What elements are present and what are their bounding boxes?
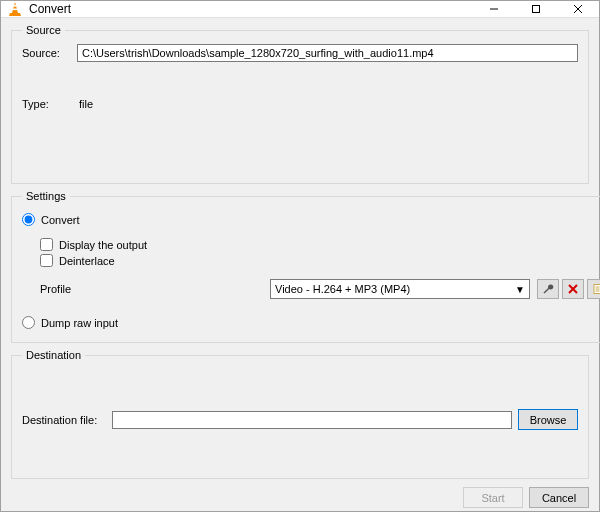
display-output-label: Display the output <box>59 239 147 251</box>
window-controls <box>473 1 599 17</box>
cancel-button[interactable]: Cancel <box>529 487 589 508</box>
profile-select[interactable]: Video - H.264 + MP3 (MP4) ▼ <box>270 279 530 299</box>
dialog-content: Source Source: Type: file Settings Conve… <box>1 18 599 512</box>
settings-group: Settings Convert Display the output Dein… <box>11 190 600 343</box>
destination-file-input[interactable] <box>112 411 512 429</box>
deinterlace-label: Deinterlace <box>59 255 115 267</box>
convert-radio[interactable] <box>22 213 35 226</box>
close-button[interactable] <box>557 1 599 17</box>
dump-raw-label: Dump raw input <box>41 317 118 329</box>
destination-legend: Destination <box>22 349 85 361</box>
svg-rect-5 <box>533 6 540 13</box>
display-output-checkbox[interactable] <box>40 238 53 251</box>
maximize-button[interactable] <box>515 1 557 17</box>
svg-rect-2 <box>12 9 17 11</box>
wrench-icon <box>542 283 554 295</box>
source-legend: Source <box>22 24 65 36</box>
settings-legend: Settings <box>22 190 70 202</box>
browse-button[interactable]: Browse <box>518 409 578 430</box>
new-file-icon <box>592 283 600 295</box>
type-label: Type: <box>22 98 77 110</box>
destination-group: Destination Destination file: Browse <box>11 349 589 479</box>
deinterlace-checkbox[interactable] <box>40 254 53 267</box>
titlebar: Convert <box>1 1 599 18</box>
delete-profile-button[interactable] <box>562 279 584 299</box>
chevron-down-icon: ▼ <box>515 284 525 295</box>
dialog-button-bar: Start Cancel <box>11 485 589 508</box>
svg-marker-3 <box>9 13 21 16</box>
destination-file-label: Destination file: <box>22 414 112 426</box>
convert-label: Convert <box>41 214 80 226</box>
profile-label: Profile <box>40 283 100 295</box>
type-value: file <box>77 98 93 110</box>
minimize-button[interactable] <box>473 1 515 17</box>
dump-raw-radio[interactable] <box>22 316 35 329</box>
svg-marker-0 <box>12 2 18 13</box>
convert-dialog: Convert Source Source: Type: file <box>0 0 600 512</box>
start-button[interactable]: Start <box>463 487 523 508</box>
vlc-cone-icon <box>7 1 23 17</box>
edit-profile-button[interactable] <box>537 279 559 299</box>
svg-rect-1 <box>13 5 17 7</box>
source-label: Source: <box>22 47 77 59</box>
new-profile-button[interactable] <box>587 279 600 299</box>
source-path-input[interactable] <box>77 44 578 62</box>
source-group: Source Source: Type: file <box>11 24 589 184</box>
profile-selected-value: Video - H.264 + MP3 (MP4) <box>275 283 410 295</box>
window-title: Convert <box>29 2 473 16</box>
delete-x-icon <box>567 283 579 295</box>
